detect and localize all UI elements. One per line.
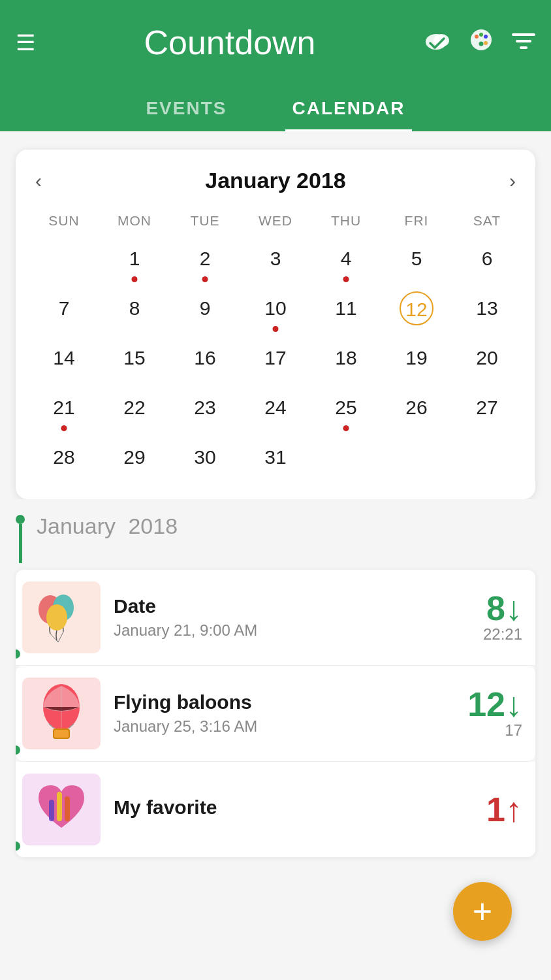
svg-point-4 (479, 33, 483, 37)
event-info: My favorite (114, 796, 464, 823)
calendar-day-cell[interactable]: 27 (452, 384, 522, 434)
calendar-day-cell[interactable]: 20 (452, 335, 522, 384)
event-list-item[interactable]: Flying baloons January 25, 3:16 AM12↓ 17 (16, 666, 535, 762)
svg-point-6 (484, 41, 488, 45)
svg-rect-19 (54, 730, 69, 738)
svg-rect-8 (512, 33, 535, 36)
calendar-day-cell[interactable]: 1 (99, 235, 170, 285)
event-thumbnail (22, 678, 101, 749)
app-title: Countdown (144, 23, 315, 62)
calendar-day-cell[interactable]: 10 (240, 285, 311, 335)
calendar-day-cell[interactable]: 13 (452, 285, 522, 335)
calendar-day-cell[interactable]: 14 (29, 335, 99, 384)
calendar-day-cell[interactable]: 29 (99, 434, 170, 483)
calendar-week-row: 28293031 (29, 434, 522, 483)
weekday-header-row: SUN MON TUE WED THU FRI SAT (29, 209, 522, 235)
calendar-day-cell[interactable]: 12 (381, 285, 452, 335)
calendar-day-cell[interactable]: 21 (29, 384, 99, 434)
event-date: January 21, 9:00 AM (114, 621, 464, 640)
calendar-day-cell[interactable]: 3 (240, 235, 311, 285)
svg-line-15 (58, 632, 63, 642)
event-timeline-dot (16, 649, 20, 659)
svg-rect-22 (57, 792, 62, 821)
event-list: January 2018 Date January 21, 9:00 AM8↓ … (0, 499, 551, 923)
event-date: January 25, 3:16 AM (114, 717, 464, 736)
add-event-fab[interactable]: + (453, 882, 512, 941)
event-list-item[interactable]: My favorite 1↑ (16, 762, 535, 857)
calendar-day-cell[interactable]: 6 (452, 235, 522, 285)
calendar-week-row: 123456 (29, 235, 522, 285)
calendar-day-cell[interactable]: 8 (99, 285, 170, 335)
month-title: January 2018 (205, 168, 346, 193)
calendar-day-cell[interactable]: 9 (170, 285, 240, 335)
palette-icon[interactable] (469, 27, 494, 57)
event-count-number: 8↓ (464, 591, 522, 625)
calendar-day-cell[interactable]: 18 (311, 335, 381, 384)
svg-point-7 (479, 42, 483, 46)
calendar-day-cell[interactable]: 24 (240, 384, 311, 434)
event-timeline-dot (16, 841, 20, 851)
filter-icon[interactable] (512, 30, 535, 56)
weekday-wed: WED (240, 209, 311, 235)
calendar-day-cell[interactable]: 15 (99, 335, 170, 384)
calendar-day-cell[interactable]: 30 (170, 434, 240, 483)
calendar-day-cell[interactable]: 28 (29, 434, 99, 483)
calendar-day-cell[interactable]: 7 (29, 285, 99, 335)
calendar-day-cell[interactable]: 19 (381, 335, 452, 384)
header-actions (424, 27, 535, 57)
calendar-week-row: 14151617181920 (29, 335, 522, 384)
event-countdown: 1↑ (464, 792, 522, 826)
month-label-row: January 2018 (16, 512, 535, 563)
menu-icon[interactable]: ☰ (16, 29, 35, 56)
event-name: Date (114, 595, 464, 617)
tab-bar: EVENTS CALENDAR (0, 85, 551, 131)
calendar-day-cell (29, 235, 99, 285)
prev-month-button[interactable]: ‹ (29, 170, 48, 192)
svg-rect-9 (516, 40, 531, 42)
timeline-line (16, 512, 25, 563)
calendar-day-cell[interactable]: 22 (99, 384, 170, 434)
calendar-day-cell[interactable]: 16 (170, 335, 240, 384)
calendar-day-cell[interactable]: 25 (311, 384, 381, 434)
event-info: Date January 21, 9:00 AM (114, 595, 464, 640)
event-time-left: 22:21 (464, 625, 522, 644)
calendar-day-cell[interactable]: 26 (381, 384, 452, 434)
calendar-day-cell[interactable]: 5 (381, 235, 452, 285)
calendar-header: ‹ January 2018 › (29, 168, 522, 193)
timeline-dot (16, 515, 25, 524)
svg-rect-23 (49, 800, 54, 821)
calendar-day-cell[interactable]: 31 (240, 434, 311, 483)
weekday-tue: TUE (170, 209, 240, 235)
calendar-day-cell (452, 434, 522, 483)
calendar-day-cell[interactable]: 4 (311, 235, 381, 285)
svg-rect-24 (65, 796, 70, 821)
event-thumbnail (22, 581, 101, 653)
calendar-day-cell[interactable]: 2 (170, 235, 240, 285)
calendar-card: ‹ January 2018 › SUN MON TUE WED THU FRI… (16, 150, 535, 499)
calendar-week-row: 21222324252627 (29, 384, 522, 434)
cloud-check-icon[interactable] (424, 29, 450, 56)
event-list-item[interactable]: Date January 21, 9:00 AM8↓ 22:21 (16, 570, 535, 666)
calendar-day-cell[interactable]: 17 (240, 335, 311, 384)
event-count-number: 1↑ (464, 792, 522, 826)
event-thumbnail (22, 774, 101, 845)
event-name: My favorite (114, 796, 464, 819)
timeline-vert (19, 524, 22, 563)
events-month-label: January 2018 (37, 514, 178, 539)
tab-events[interactable]: EVENTS (139, 85, 233, 131)
svg-point-3 (475, 35, 479, 39)
header: ☰ Countdown (0, 0, 551, 85)
events-container: Date January 21, 9:00 AM8↓ 22:21 Flying … (16, 570, 535, 857)
weekday-sun: SUN (29, 209, 99, 235)
weekday-thu: THU (311, 209, 381, 235)
next-month-button[interactable]: › (503, 170, 522, 192)
weekday-sat: SAT (452, 209, 522, 235)
tab-calendar[interactable]: CALENDAR (285, 85, 411, 131)
weekday-mon: MON (99, 209, 170, 235)
event-name: Flying baloons (114, 691, 464, 713)
calendar-grid: SUN MON TUE WED THU FRI SAT 123456789101… (29, 209, 522, 483)
svg-point-13 (46, 604, 67, 630)
calendar-day-cell[interactable]: 23 (170, 384, 240, 434)
event-countdown: 12↓ 17 (464, 687, 522, 740)
calendar-day-cell[interactable]: 11 (311, 285, 381, 335)
